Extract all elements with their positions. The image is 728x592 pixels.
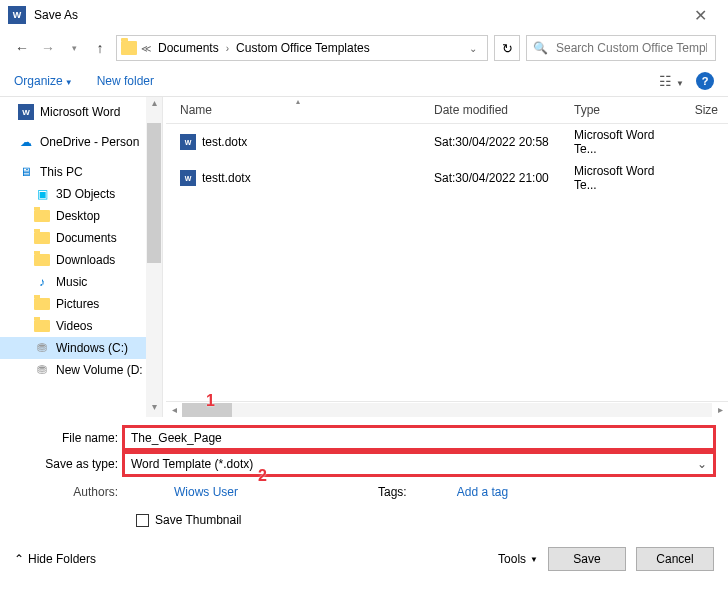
cancel-button[interactable]: Cancel (636, 547, 714, 571)
body: WMicrosoft Word☁OneDrive - Person🖥This P… (0, 97, 728, 417)
hide-folders-button[interactable]: ⌃ Hide Folders (14, 552, 96, 566)
view-options-button[interactable]: ☷ ▼ (659, 73, 684, 89)
window-title: Save As (34, 8, 680, 22)
file-row[interactable]: Wtestt.dotxSat:30/04/2022 21:00Microsoft… (166, 160, 728, 196)
h-scrollbar[interactable]: ◂ ▸ 1 (166, 401, 728, 417)
forward-button[interactable]: → (38, 38, 58, 58)
save-thumbnail-check[interactable]: Save Thumbnail (136, 513, 714, 527)
toolbar: Organize▼ New folder ☷ ▼ ? (0, 66, 728, 97)
filename-label: File name: (14, 431, 124, 445)
search-box[interactable]: 🔍 (526, 35, 716, 61)
new-folder-button[interactable]: New folder (97, 74, 154, 88)
chevron-up-icon: ⌃ (14, 552, 24, 566)
up-button[interactable]: ↑ (90, 38, 110, 58)
sidebar-item[interactable]: Desktop (0, 205, 162, 227)
sidebar-scrollbar[interactable]: ▴ ▾ (146, 97, 162, 417)
search-input[interactable] (554, 40, 709, 56)
sidebar: WMicrosoft Word☁OneDrive - Person🖥This P… (0, 97, 162, 381)
tags-value[interactable]: Add a tag (457, 485, 508, 499)
annotation-1: 1 (206, 392, 215, 410)
breadcrumb-seg[interactable]: Documents (155, 41, 222, 55)
recent-drop-icon[interactable]: ▾ (64, 38, 84, 58)
nav-bar: ← → ▾ ↑ ≪ Documents › Custom Office Temp… (0, 30, 728, 66)
checkbox-icon[interactable] (136, 514, 149, 527)
word-file-icon: W (180, 170, 196, 186)
sidebar-item[interactable]: WMicrosoft Word (0, 101, 162, 123)
scroll-up-icon[interactable]: ▴ (146, 97, 162, 113)
column-headers: ▴Name Date modified Type Size (166, 97, 728, 124)
col-name[interactable]: ▴Name (166, 101, 426, 119)
search-icon: 🔍 (533, 41, 548, 55)
save-button[interactable]: Save (548, 547, 626, 571)
file-row[interactable]: Wtest.dotxSat:30/04/2022 20:58Microsoft … (166, 124, 728, 160)
form-area: File name: The_Geek_Page Save as type: W… (0, 417, 728, 537)
sidebar-item[interactable]: Pictures (0, 293, 162, 315)
sidebar-item[interactable]: ♪Music (0, 271, 162, 293)
sidebar-item[interactable]: ⛃Windows (C:) (0, 337, 162, 359)
sidebar-item[interactable]: 🖥This PC (0, 161, 162, 183)
sidebar-item[interactable]: ▣3D Objects (0, 183, 162, 205)
sidebar-item[interactable]: Videos (0, 315, 162, 337)
scroll-left-icon[interactable]: ◂ (166, 404, 182, 415)
authors-label: Authors: (14, 485, 124, 499)
close-button[interactable]: ✕ (680, 6, 720, 25)
authors-value[interactable]: Wiows User (174, 485, 238, 499)
organize-menu[interactable]: Organize▼ (14, 74, 73, 88)
annotation-2: 2 (258, 467, 267, 485)
savetype-label: Save as type: (14, 457, 124, 471)
col-size[interactable]: Size (686, 101, 728, 119)
breadcrumb-seg[interactable]: Custom Office Templates (233, 41, 373, 55)
address-bar[interactable]: ≪ Documents › Custom Office Templates ⌄ (116, 35, 488, 61)
chevron-icon: ≪ (141, 43, 151, 54)
filename-input[interactable]: The_Geek_Page (124, 427, 714, 449)
word-app-icon: W (8, 6, 26, 24)
refresh-button[interactable]: ↻ (494, 35, 520, 61)
scroll-down-icon[interactable]: ▾ (146, 401, 162, 417)
back-button[interactable]: ← (12, 38, 32, 58)
chevron-right-icon: › (226, 43, 229, 54)
file-pane: ▴Name Date modified Type Size Wtest.dotx… (166, 97, 728, 417)
scroll-right-icon[interactable]: ▸ (712, 404, 728, 415)
address-drop-icon[interactable]: ⌄ (469, 43, 483, 54)
sidebar-item[interactable]: ☁OneDrive - Person (0, 131, 162, 153)
savetype-combo[interactable]: Word Template (*.dotx) (124, 453, 714, 475)
sidebar-item[interactable]: Downloads (0, 249, 162, 271)
tools-menu[interactable]: Tools▼ (498, 552, 538, 566)
sidebar-item[interactable]: Documents (0, 227, 162, 249)
col-date[interactable]: Date modified (426, 101, 566, 119)
word-file-icon: W (180, 134, 196, 150)
titlebar: W Save As ✕ (0, 0, 728, 30)
col-type[interactable]: Type (566, 101, 686, 119)
file-list: Wtest.dotxSat:30/04/2022 20:58Microsoft … (166, 124, 728, 401)
tags-label: Tags: (378, 485, 407, 499)
help-button[interactable]: ? (696, 72, 714, 90)
footer: ⌃ Hide Folders Tools▼ Save Cancel (0, 537, 728, 585)
folder-icon (121, 41, 137, 55)
sidebar-item[interactable]: ⛃New Volume (D: (0, 359, 162, 381)
scroll-thumb[interactable] (147, 123, 161, 263)
